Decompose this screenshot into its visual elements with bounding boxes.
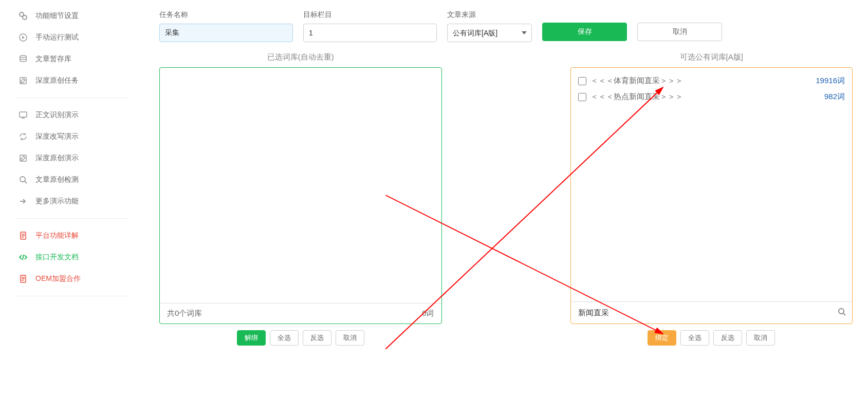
selected-panel-box: 共0个词库 0词 — [159, 67, 442, 324]
sidebar-item-check-demo[interactable]: 文章原创检测 — [15, 169, 128, 191]
selected-panel-title: 已选词库(自动去重) — [159, 52, 442, 62]
save-button[interactable]: 保存 — [542, 23, 627, 41]
sidebar-item-oem[interactable]: OEM加盟合作 — [15, 268, 128, 290]
sidebar-item-label: 深度原创任务 — [35, 76, 79, 85]
sidebar-item-article-store[interactable]: 文章暂存库 — [15, 48, 128, 70]
available-panel-title: 可选公有词库[A版] — [570, 52, 853, 62]
selected-word-count: 0词 — [422, 309, 434, 318]
task-name-label: 任务名称 — [159, 10, 293, 20]
svg-point-7 — [20, 177, 25, 182]
refresh-icon — [18, 131, 28, 142]
invert-button[interactable]: 反选 — [713, 330, 742, 346]
code-icon — [18, 252, 28, 262]
wordlib-count: 19916词 — [816, 76, 845, 86]
document-icon — [18, 274, 28, 284]
sidebar-item-label: 深度原创演示 — [35, 154, 79, 163]
available-panel-box: ＜＜＜体育新闻直采＞＞＞ 19916词 ＜＜＜热点新闻直采＞＞＞ 982词 — [570, 67, 853, 324]
sidebar-item-manual-run[interactable]: 手动运行测试 — [15, 27, 128, 48]
wordlib-checkbox[interactable] — [578, 77, 586, 85]
sidebar-item-label: 深度改写演示 — [35, 132, 79, 141]
search-icon[interactable] — [835, 308, 849, 318]
target-input[interactable] — [303, 24, 437, 42]
svg-point-3 — [20, 55, 26, 58]
sidebar-item-label: 平台功能详解 — [35, 231, 79, 240]
svg-point-10 — [839, 309, 844, 314]
select-all-button[interactable]: 全选 — [680, 330, 709, 346]
unbind-button[interactable]: 解绑 — [237, 330, 266, 346]
sidebar-item-original-demo[interactable]: 深度原创演示 — [15, 147, 128, 169]
divider — [15, 296, 128, 296]
svg-point-1 — [23, 15, 27, 20]
svg-rect-5 — [20, 112, 27, 117]
sidebar-item-label: 正文识别演示 — [35, 110, 79, 120]
wordlib-item[interactable]: ＜＜＜热点新闻直采＞＞＞ 982词 — [576, 89, 847, 105]
play-icon — [18, 32, 28, 43]
bind-button[interactable]: 绑定 — [648, 330, 676, 346]
search-icon — [18, 175, 28, 185]
wordlib-name: ＜＜＜体育新闻直采＞＞＞ — [590, 76, 683, 86]
monitor-icon — [18, 110, 28, 120]
sidebar-item-more-demo[interactable]: 更多演示功能 — [15, 191, 128, 212]
cancel-button[interactable]: 取消 — [746, 330, 775, 346]
document-icon — [18, 231, 28, 241]
sidebar-item-label: 文章暂存库 — [35, 54, 71, 64]
sidebar-item-content-demo[interactable]: 正文识别演示 — [15, 104, 128, 126]
cancel-sel-button[interactable]: 取消 — [336, 330, 364, 346]
wordlib-name: ＜＜＜热点新闻直采＞＞＞ — [590, 92, 683, 102]
divider — [15, 98, 128, 98]
task-name-input[interactable] — [159, 24, 293, 42]
available-panel-body: ＜＜＜体育新闻直采＞＞＞ 19916词 ＜＜＜热点新闻直采＞＞＞ 982词 — [571, 68, 853, 301]
share-icon — [18, 196, 28, 206]
selected-panel-body — [160, 68, 441, 303]
sidebar-item-label: 手动运行测试 — [35, 33, 79, 42]
gears-icon — [18, 11, 28, 21]
form-row: 任务名称 目标栏目 文章来源 公有词库[A版] 保存 — [159, 10, 853, 42]
available-panel-search — [571, 301, 853, 323]
cancel-button[interactable]: 取消 — [637, 23, 722, 41]
sidebar-item-settings[interactable]: 功能细节设置 — [15, 5, 128, 27]
selected-panel: 已选词库(自动去重) 共0个词库 0词 解绑 全选 反选 取消 — [159, 52, 442, 346]
select-all-button[interactable]: 全选 — [270, 330, 299, 346]
panels: 已选词库(自动去重) 共0个词库 0词 解绑 全选 反选 取消 可选公有词 — [159, 52, 853, 346]
search-input[interactable] — [574, 305, 831, 320]
sidebar-item-platform-doc[interactable]: 平台功能详解 — [15, 225, 128, 246]
wordlib-count: 982词 — [824, 92, 845, 102]
sidebar-item-label: OEM加盟合作 — [35, 274, 81, 283]
available-panel: 可选公有词库[A版] ＜＜＜体育新闻直采＞＞＞ 19916词 — [570, 52, 853, 346]
selected-panel-footer: 共0个词库 0词 — [160, 303, 441, 323]
invert-button[interactable]: 反选 — [303, 330, 331, 346]
source-select[interactable]: 公有词库[A版] — [447, 24, 532, 42]
edit-icon — [18, 75, 28, 86]
sidebar-item-api-doc[interactable]: 接口开发文档 — [15, 246, 128, 268]
selected-count-label: 共0个词库 — [167, 309, 202, 318]
sidebar-item-label: 文章原创检测 — [35, 175, 79, 184]
divider — [15, 218, 128, 219]
sidebar-item-label: 接口开发文档 — [35, 253, 79, 262]
sidebar-item-label: 更多演示功能 — [35, 197, 79, 206]
database-icon — [18, 54, 28, 64]
sidebar: 功能细节设置 手动运行测试 文章暂存库 深度原创任务 正文识别演示 — [0, 0, 144, 419]
edit-icon — [18, 153, 28, 163]
sidebar-item-rewrite-demo[interactable]: 深度改写演示 — [15, 126, 128, 147]
sidebar-item-label: 功能细节设置 — [35, 11, 79, 21]
source-label: 文章来源 — [447, 10, 532, 20]
target-label: 目标栏目 — [303, 10, 437, 20]
main-content: 任务名称 目标栏目 文章来源 公有词库[A版] 保存 — [144, 0, 868, 419]
wordlib-checkbox[interactable] — [578, 93, 586, 101]
wordlib-item[interactable]: ＜＜＜体育新闻直采＞＞＞ 19916词 — [576, 73, 847, 89]
sidebar-item-deep-task[interactable]: 深度原创任务 — [15, 70, 128, 91]
